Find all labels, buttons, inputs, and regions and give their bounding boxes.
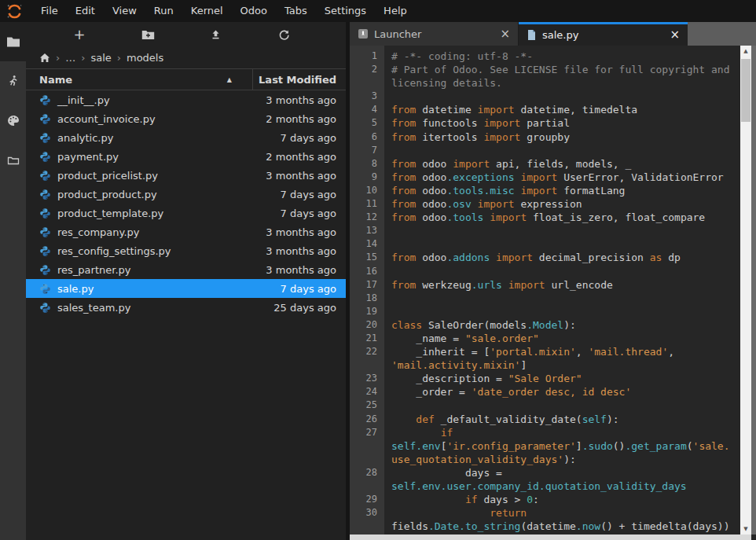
code-area[interactable]: # -*- coding: utf-8 -*-# Part of Odoo. S… bbox=[384, 46, 740, 534]
code-line[interactable]: # -*- coding: utf-8 -*- bbox=[391, 50, 740, 63]
code-line[interactable]: from odoo.osv import expression bbox=[391, 197, 740, 211]
breadcrumb-item[interactable]: … bbox=[50, 52, 75, 64]
code-line[interactable] bbox=[391, 265, 740, 278]
tab-sale-py[interactable]: sale.py× bbox=[519, 22, 688, 46]
file-row[interactable]: __init__.py3 months ago bbox=[26, 90, 346, 109]
python-icon bbox=[39, 151, 51, 163]
code-line[interactable] bbox=[391, 144, 740, 157]
breadcrumb-item[interactable]: models bbox=[112, 52, 163, 64]
code-line[interactable]: if days > 0: bbox=[391, 493, 740, 506]
code-token bbox=[490, 252, 496, 263]
code-line[interactable]: # Part of Odoo. See LICENSE file for ful… bbox=[391, 63, 740, 76]
close-icon[interactable]: × bbox=[670, 29, 680, 41]
code-line[interactable]: licensing details. bbox=[391, 76, 740, 90]
code-token: groupby bbox=[520, 131, 570, 143]
line-number: 29 bbox=[350, 493, 377, 506]
menu-edit[interactable]: Edit bbox=[67, 0, 104, 22]
code-line[interactable] bbox=[391, 237, 740, 251]
file-row[interactable]: res_config_settings.py3 months ago bbox=[26, 241, 346, 260]
code-line[interactable]: days = bbox=[391, 466, 740, 479]
file-row[interactable]: product_template.py7 days ago bbox=[26, 204, 346, 222]
code-line[interactable]: from odoo.addons import decimal_precisio… bbox=[391, 251, 740, 264]
column-header-name[interactable]: Name ▲ bbox=[26, 69, 253, 90]
code-token: from bbox=[391, 198, 416, 210]
new-folder-button[interactable] bbox=[141, 30, 162, 40]
code-token: odoo bbox=[416, 171, 446, 183]
menu-help[interactable]: Help bbox=[375, 0, 416, 22]
line-number: 25 bbox=[350, 399, 377, 412]
tab-launcher[interactable]: Launcher× bbox=[350, 22, 519, 46]
code-line[interactable]: _name = "sale.order" bbox=[391, 332, 740, 345]
breadcrumb-item[interactable]: sale bbox=[75, 52, 112, 64]
file-row[interactable]: account_invoice.py2 months ago bbox=[26, 109, 346, 128]
code-line[interactable]: from datetime import datetime, timedelta bbox=[391, 103, 740, 116]
upload-button[interactable] bbox=[210, 29, 230, 40]
code-line[interactable] bbox=[391, 292, 740, 305]
code-line[interactable]: class SaleOrder(models.Model): bbox=[391, 318, 740, 332]
code-line[interactable]: from werkzeug.urls import url_encode bbox=[391, 278, 740, 292]
file-row[interactable]: payment.py2 months ago bbox=[26, 147, 346, 166]
sidebar-item-open-tabs[interactable] bbox=[0, 140, 26, 179]
new-launcher-button[interactable]: + bbox=[73, 28, 94, 42]
code-line[interactable]: self.env.user.company_id.quotation_valid… bbox=[391, 479, 740, 493]
code-line[interactable]: from odoo import api, fields, models, _ bbox=[391, 157, 740, 171]
refresh-button[interactable] bbox=[278, 29, 299, 41]
menu-file[interactable]: File bbox=[32, 0, 67, 22]
code-token: decimal_precision bbox=[533, 252, 650, 263]
code-token: .osv bbox=[446, 198, 471, 210]
vertical-scrollbar[interactable]: ▲ ▼ bbox=[740, 46, 751, 534]
file-row[interactable]: analytic.py7 days ago bbox=[26, 128, 346, 147]
scroll-down-icon[interactable]: ▼ bbox=[743, 523, 747, 534]
file-row[interactable]: sale.py7 days ago bbox=[26, 279, 346, 298]
code-token: import bbox=[483, 117, 520, 129]
code-line[interactable]: _order = 'date_order desc, id desc' bbox=[391, 385, 740, 399]
menu-odoo[interactable]: Odoo bbox=[232, 0, 276, 22]
file-row[interactable]: product_pricelist.py3 months ago bbox=[26, 166, 346, 185]
code-line[interactable]: from odoo.exceptions import UserError, V… bbox=[391, 171, 740, 184]
code-line[interactable] bbox=[391, 224, 740, 237]
code-token: import bbox=[478, 198, 515, 210]
code-line[interactable]: if bbox=[391, 426, 740, 439]
horizontal-scrollbar[interactable] bbox=[350, 534, 751, 540]
breadcrumb-home[interactable] bbox=[39, 53, 50, 63]
menu-tabs[interactable]: Tabs bbox=[276, 0, 316, 22]
code-line[interactable] bbox=[391, 90, 740, 103]
code-line[interactable]: _description = "Sale Order" bbox=[391, 372, 740, 385]
file-modified: 3 months ago bbox=[266, 264, 346, 276]
code-line[interactable]: from odoo.tools.misc import formatLang bbox=[391, 184, 740, 197]
file-row[interactable]: res_company.py3 months ago bbox=[26, 222, 346, 241]
code-line[interactable]: 'mail.activity.mixin'] bbox=[391, 358, 740, 372]
menu-run[interactable]: Run bbox=[145, 0, 182, 22]
column-header-last-modified[interactable]: Last Modified bbox=[253, 69, 346, 90]
menu-view[interactable]: View bbox=[104, 0, 145, 22]
line-number: 3 bbox=[350, 90, 377, 103]
code-token: .Date.to_string bbox=[428, 520, 520, 532]
code-line[interactable] bbox=[391, 399, 740, 412]
code-line[interactable]: from itertools import groupby bbox=[391, 130, 740, 144]
code-line[interactable]: from functools import partial bbox=[391, 116, 740, 130]
line-number: 30 bbox=[350, 506, 377, 520]
code-editor[interactable]: 1234567891011121314151617181920212223242… bbox=[350, 46, 756, 534]
file-row[interactable]: res_partner.py3 months ago bbox=[26, 260, 346, 279]
file-row[interactable]: product_product.py7 days ago bbox=[26, 185, 346, 204]
menu-kernel[interactable]: Kernel bbox=[182, 0, 232, 22]
sidebar-item-running-sessions[interactable] bbox=[0, 61, 26, 101]
sidebar-item-command-palette[interactable] bbox=[0, 101, 26, 140]
scroll-up-icon[interactable]: ▲ bbox=[743, 46, 747, 57]
code-token: 'sale. bbox=[693, 440, 730, 452]
code-line[interactable]: return bbox=[391, 506, 740, 520]
code-line[interactable]: _inherit = ['portal.mixin', 'mail.thread… bbox=[391, 345, 740, 358]
sidebar-item-file-browser[interactable] bbox=[0, 22, 26, 61]
scrollbar-thumb[interactable] bbox=[741, 59, 750, 122]
file-list: __init__.py3 months agoaccount_invoice.p… bbox=[26, 90, 346, 540]
code-line[interactable]: def _default_validity_date(self): bbox=[391, 413, 740, 426]
code-line[interactable]: use_quotation_validity_days'): bbox=[391, 453, 740, 466]
tabs-icon bbox=[7, 155, 20, 165]
menu-settings[interactable]: Settings bbox=[316, 0, 375, 22]
code-line[interactable]: self.env['ir.config_parameter'].sudo().g… bbox=[391, 439, 740, 453]
code-line[interactable]: fields.Date.to_string(datetime.now() + t… bbox=[391, 520, 740, 533]
close-icon[interactable]: × bbox=[500, 28, 510, 40]
code-line[interactable] bbox=[391, 305, 740, 318]
file-row[interactable]: sales_team.py25 days ago bbox=[26, 298, 346, 317]
code-line[interactable]: from odoo.tools import float_is_zero, fl… bbox=[391, 211, 740, 224]
